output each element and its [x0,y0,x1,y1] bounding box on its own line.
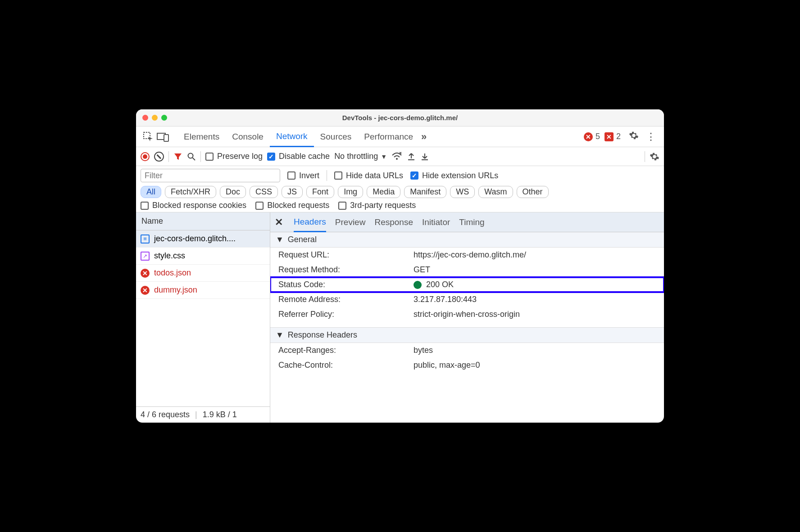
status-code-text: 200 OK [426,280,454,289]
request-row[interactable]: ↗ style.css [136,248,270,265]
third-party-toggle[interactable]: 3rd-party requests [338,201,416,210]
value: GET [414,265,657,275]
close-window-button[interactable] [142,115,148,121]
checkbox-unchecked-icon [287,171,295,180]
network-settings-icon[interactable] [650,152,659,162]
request-name: todos.json [154,268,191,278]
value: strict-origin-when-cross-origin [414,310,657,319]
preserve-log-toggle[interactable]: Preserve log [205,152,263,161]
tab-network[interactable]: Network [270,127,314,147]
kv-accept-ranges: Accept-Ranges: bytes [270,343,664,358]
issue-count: 2 [616,132,621,141]
request-row[interactable]: ≡ jec-cors-demo.glitch.... [136,230,270,248]
record-icon[interactable] [141,152,150,161]
main-tabs: Elements Console Network Sources Perform… [136,126,664,147]
request-name: style.css [154,251,185,261]
more-menu-icon[interactable]: ⋮ [646,131,656,143]
label: Remote Address: [278,295,414,304]
third-party-label: 3rd-party requests [350,201,416,210]
close-details-icon[interactable]: ✕ [275,216,283,228]
detail-tab-headers[interactable]: Headers [294,213,326,232]
zoom-window-button[interactable] [161,115,167,121]
issue-badge[interactable]: ✕ 2 [605,132,621,141]
checkbox-checked-icon: ✓ [267,153,275,161]
detail-tab-response[interactable]: Response [374,212,413,232]
minimize-window-button[interactable] [152,115,158,121]
issue-square-icon: ✕ [605,132,614,141]
settings-gear-icon[interactable] [629,131,639,143]
error-count: 5 [595,132,600,141]
detail-tab-timing[interactable]: Timing [459,212,484,232]
kv-referrer-policy: Referrer Policy: strict-origin-when-cros… [270,307,664,322]
device-toolbar-icon[interactable] [157,132,169,142]
inspect-element-icon[interactable] [142,131,154,143]
type-pill-fetchxhr[interactable]: Fetch/XHR [165,186,216,198]
section-general[interactable]: ▼ General [270,232,664,248]
tab-console[interactable]: Console [226,126,270,147]
titlebar: DevTools - jec-cors-demo.glitch.me/ [136,109,664,126]
disclosure-triangle-icon: ▼ [276,235,284,244]
disable-cache-toggle[interactable]: ✓ Disable cache [267,152,330,161]
section-title-text: Response Headers [288,330,357,339]
request-name: jec-cors-demo.glitch.... [154,234,236,243]
network-conditions-icon[interactable] [391,152,402,162]
invert-label: Invert [299,171,319,180]
throttling-select[interactable]: No throttling ▼ [334,152,387,161]
divider [168,151,169,162]
hide-data-urls-toggle[interactable]: Hide data URLs [334,171,403,180]
blocked-cookies-toggle[interactable]: Blocked response cookies [141,201,246,210]
clear-icon[interactable] [154,152,164,162]
blocked-requests-toggle[interactable]: Blocked requests [255,201,329,210]
list-header[interactable]: Name [136,212,270,230]
value: 3.217.87.180:443 [414,295,657,304]
upload-har-icon[interactable] [407,152,416,161]
request-list: Name ≡ jec-cors-demo.glitch.... ↗ style.… [136,212,270,423]
kv-cache-control: Cache-Control: public, max-age=0 [270,358,664,373]
svg-rect-2 [164,135,168,141]
search-icon[interactable] [187,152,196,161]
more-tabs-chevron-icon[interactable]: » [421,131,427,143]
detail-tab-preview[interactable]: Preview [335,212,366,232]
type-pill-other[interactable]: Other [517,186,549,198]
type-pill-all[interactable]: All [141,186,161,198]
type-pill-js[interactable]: JS [282,186,303,198]
type-pill-img[interactable]: Img [338,186,363,198]
disclosure-triangle-icon: ▼ [276,330,284,339]
kv-request-method: Request Method: GET [270,262,664,277]
svg-line-4 [193,158,195,160]
error-badge[interactable]: ✕ 5 [584,132,600,141]
tab-sources[interactable]: Sources [314,126,358,147]
type-pill-ws[interactable]: WS [450,186,475,198]
type-pill-manifest[interactable]: Manifest [404,186,446,198]
type-pill-doc[interactable]: Doc [220,186,246,198]
label: Status Code: [278,280,414,289]
request-row[interactable]: ✕ todos.json [136,265,270,282]
svg-point-5 [396,158,398,160]
detail-tab-initiator[interactable]: Initiator [422,212,450,232]
type-pill-font[interactable]: Font [306,186,334,198]
download-har-icon[interactable] [420,152,429,161]
disable-cache-label: Disable cache [279,152,330,161]
section-response-headers[interactable]: ▼ Response Headers [270,327,664,343]
blocked-cookies-label: Blocked response cookies [152,201,246,210]
type-pill-wasm[interactable]: Wasm [478,186,513,198]
tab-elements[interactable]: Elements [177,126,226,147]
filter-funnel-icon[interactable] [173,152,182,161]
request-name: dummy.json [154,285,197,295]
hide-extension-urls-toggle[interactable]: ✓ Hide extension URLs [410,171,498,180]
details-pane: ✕ Headers Preview Response Initiator Tim… [270,212,664,423]
type-pill-css[interactable]: CSS [250,186,278,198]
status-bar: 4 / 6 requests | 1.9 kB / 1 [136,406,270,423]
kv-status-code: Status Code: 200 OK [270,277,664,292]
dropdown-arrow-icon: ▼ [381,153,387,160]
tab-performance[interactable]: Performance [358,126,419,147]
divider [645,151,645,162]
kv-request-url: Request URL: https://jec-cors-demo.glitc… [270,248,664,262]
request-row[interactable]: ✕ dummy.json [136,282,270,299]
filter-input[interactable] [141,169,280,182]
invert-toggle[interactable]: Invert [287,171,319,180]
details-body: ▼ General Request URL: https://jec-cors-… [270,232,664,423]
status-requests: 4 / 6 requests [141,410,190,419]
label: Accept-Ranges: [278,346,414,355]
type-pill-media[interactable]: Media [367,186,400,198]
